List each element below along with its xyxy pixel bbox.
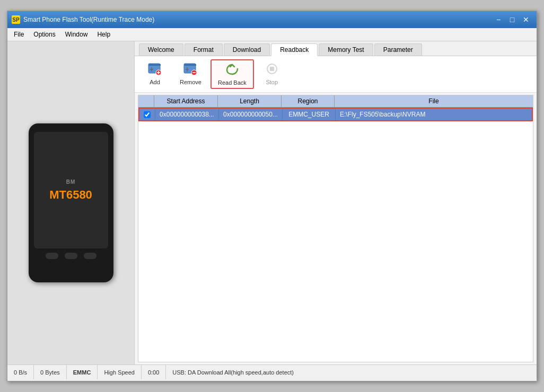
phone-btn-back [46,253,58,259]
right-panel: Welcome Format Download Readback Memory … [135,41,537,364]
tab-bar: Welcome Format Download Readback Memory … [135,41,537,56]
table-row[interactable]: 0x000000000038... 0x000000000050... EMMC… [138,108,533,121]
phone-btn-home [65,253,77,259]
window-title: Smart Phone Flash Tool(Runtime Trace Mod… [23,16,154,23]
tab-format[interactable]: Format [185,43,223,56]
add-icon [147,62,162,78]
col-header-file: File [335,95,533,107]
add-button[interactable]: Add [139,59,171,89]
toolbar: Add Remove [135,56,537,93]
maximize-button[interactable]: □ [506,14,519,25]
tab-memory-test[interactable]: Memory Test [319,43,373,56]
main-content: BM MT6580 Welcome Format Download Read [7,41,537,364]
status-bytes: 0 Bytes [34,365,67,379]
table-header: Start Address Length Region File [138,95,533,108]
phone-brand: BM [66,179,76,185]
svg-rect-1 [149,64,161,66]
svg-rect-14 [270,67,274,71]
row-checkbox-input[interactable] [144,111,151,118]
col-header-start: Start Address [154,95,218,107]
titlebar-left: SP Smart Phone Flash Tool(Runtime Trace … [12,15,154,24]
table-area: Start Address Length Region File 0x00000… [138,95,533,362]
phone-display: BM MT6580 [29,123,113,282]
tab-parameter[interactable]: Parameter [374,43,422,56]
menu-window[interactable]: Window [61,29,92,40]
menu-file[interactable]: File [10,29,28,40]
menubar: File Options Window Help [7,28,537,41]
add-label: Add [150,79,160,85]
titlebar: SP Smart Phone Flash Tool(Runtime Trace … [7,11,537,28]
col-header-check [138,95,154,107]
menu-options[interactable]: Options [29,29,59,40]
phone-nav-buttons [46,253,96,259]
remove-icon [183,62,198,78]
stop-label: Stop [266,79,278,85]
row-region: EMMC_USER [283,109,336,120]
phone-screen: BM MT6580 [34,132,108,248]
status-speed: 0 B/s [7,365,34,379]
titlebar-buttons: − □ ✕ [492,14,532,25]
svg-rect-8 [185,64,196,66]
minimize-button[interactable]: − [492,14,505,25]
statusbar: 0 B/s 0 Bytes EMMC High Speed 0:00 USB: … [7,364,537,379]
remove-button[interactable]: Remove [173,59,208,89]
phone-model: MT6580 [49,188,92,202]
row-checkbox[interactable] [139,109,155,120]
left-panel: BM MT6580 [7,41,135,364]
readback-label: Read Back [218,79,247,86]
phone: BM MT6580 [29,123,113,282]
status-time: 0:00 [142,365,166,379]
status-info: USB: DA Download All(high speed,auto det… [166,365,537,379]
status-mode: High Speed [98,365,142,379]
readback-button[interactable]: Read Back [210,59,254,89]
stop-icon [265,62,279,78]
tab-welcome[interactable]: Welcome [139,43,183,56]
app-icon: SP [12,15,20,24]
menu-help[interactable]: Help [93,29,115,40]
col-header-length: Length [218,95,282,107]
row-file: E:\Fly_FS505\backup\NVRAM [336,109,532,120]
col-header-region: Region [282,95,335,107]
stop-button: Stop [256,59,288,89]
close-button[interactable]: ✕ [520,14,532,25]
status-storage: EMMC [67,365,98,379]
readback-icon [225,63,240,78]
tab-readback[interactable]: Readback [271,43,318,56]
tab-download[interactable]: Download [224,43,270,56]
row-start-address: 0x000000000038... [155,109,219,120]
remove-label: Remove [180,79,201,85]
row-length: 0x000000000050... [219,109,283,120]
phone-btn-recent [84,253,96,259]
main-window: SP Smart Phone Flash Tool(Runtime Trace … [7,11,537,381]
